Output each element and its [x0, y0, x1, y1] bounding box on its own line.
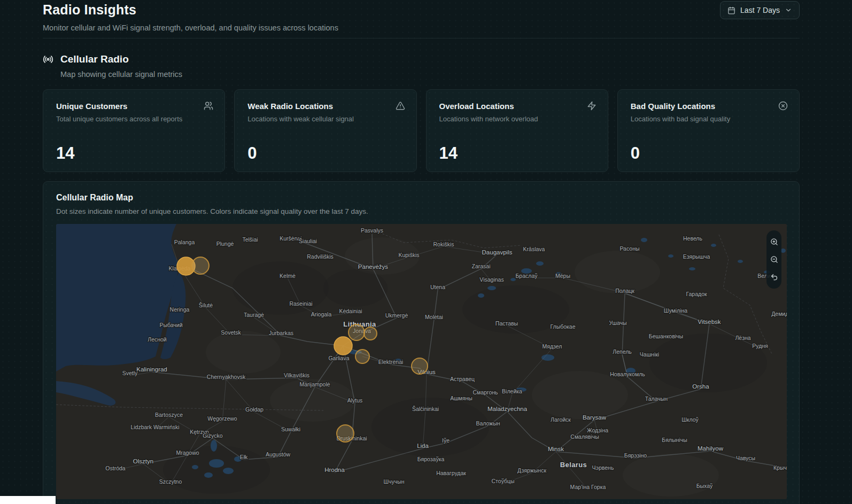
map-city-label: Бешанковічы [649, 333, 683, 339]
map-city-label: Lidzbark Warmiński [130, 424, 179, 430]
map-city-label: Radviliškis [307, 253, 334, 260]
map-city-label: Езярышча [683, 253, 710, 260]
map-city-label: Валожын [476, 420, 500, 427]
map-city-label: Ostróda [105, 465, 126, 471]
map-location-dot[interactable] [355, 350, 369, 363]
map-city-label: Лёзна [735, 335, 750, 341]
map-location-dot[interactable] [192, 257, 209, 274]
map-city-label: Tauragė [244, 312, 264, 318]
map-city-label: Kelmė [280, 273, 296, 279]
map-location-dot[interactable] [334, 337, 352, 355]
page-background: Radio Insights Monitor cellular and WiFi… [0, 0, 852, 504]
stat-card-unique-customers: Unique Customers Total unique customers … [43, 89, 225, 172]
map-city-label: Смалявічы [570, 433, 599, 440]
map-city-label: Węgorzewo [207, 415, 237, 422]
reset-view-button[interactable] [766, 268, 781, 286]
zoom-in-button[interactable] [766, 233, 781, 251]
map-city-label: Лесной [148, 336, 167, 343]
map-city-label: Marijampolė [299, 381, 330, 387]
map-city-label: Šilutė [199, 302, 213, 308]
map-city-label: Астравец [450, 376, 475, 382]
map-city-label: Глыбокае [550, 323, 575, 330]
map-city-label: Plungė [216, 241, 234, 247]
stat-card-weak-radio: Weak Radio Locations Locations with weak… [234, 89, 416, 172]
map-city-label: Навагрудак [436, 470, 466, 476]
map-city-label: Ukmergė [385, 312, 408, 319]
page-subtitle: Monitor cellular and WiFi signal strengt… [43, 24, 800, 32]
stat-cards-row: Unique Customers Total unique customers … [43, 89, 800, 172]
stat-description: Total unique customers across all report… [56, 115, 212, 123]
map-location-dot[interactable] [337, 425, 354, 442]
map-city-label: Elektrėnai [378, 359, 404, 365]
stat-card-bad-quality: Bad Quality Locations Locations with bad… [617, 89, 800, 172]
map-city-label: Ашмяны [450, 395, 473, 401]
map-city-label: Шклоў [681, 416, 699, 423]
map-city-label: Смаргонь [473, 389, 498, 396]
zoom-out-icon [770, 255, 778, 263]
map-city-label: Чавусы [736, 455, 755, 461]
map-city-label: Minsk [548, 446, 564, 452]
stat-description: Locations with network overload [439, 115, 595, 123]
map-city-label: Бярозаўка [417, 456, 445, 462]
map-city-label: Raseiniai [289, 300, 312, 307]
map-city-label: Рудня [752, 343, 768, 349]
map-city-label: Neringa [170, 306, 190, 313]
calendar-icon [727, 6, 735, 14]
map-card-title: Cellular Radio Map [56, 193, 786, 203]
map-location-dot[interactable] [412, 358, 428, 374]
stat-value: 14 [439, 144, 595, 163]
map-city-label: Daugavpils [482, 249, 513, 255]
map-city-label: Hrodna [324, 467, 345, 473]
map-city-label: Шчучын [383, 478, 404, 485]
map-city-label: Lida [417, 443, 429, 449]
map-city-label: Талачын [645, 396, 668, 402]
map-city-label: Жодзіна [587, 427, 608, 433]
map-city-label: Olsztyn [133, 458, 153, 464]
map-city-label: Mrągowo [176, 449, 199, 456]
map-city-label: Vilkaviškis [284, 372, 309, 378]
map-city-label: Ушачы [609, 320, 626, 326]
map-city-label: Рыбачий [159, 322, 182, 328]
map-city-label: Дзяржынск [517, 467, 546, 474]
map-city-label: Паставы [495, 320, 518, 327]
map-city-label: Telšiai [242, 236, 258, 243]
map-city-label: Новалукомль [610, 371, 645, 377]
map-city-label: Kupiškis [398, 252, 419, 258]
stat-description: Locations with bad signal quality [631, 115, 786, 123]
map-city-label: Гарадок [686, 291, 707, 297]
map-city-label: Іўе [442, 437, 450, 444]
map-city-label: Расоны [619, 245, 639, 252]
map-country-label: Belarus [560, 461, 587, 469]
map-city-label: Крычаў [773, 464, 787, 471]
map-city-label: Visaginas [479, 276, 504, 283]
map-city-label: Ełk [240, 454, 248, 460]
map-city-label: Браслаў [515, 273, 538, 279]
section-subtitle: Map showing cellular signal metrics [60, 70, 182, 79]
map-city-label: Panevėžys [358, 263, 389, 270]
map-card-subtitle: Dot sizes indicate number of unique cust… [56, 207, 786, 215]
map-city-label: Лагойск [551, 416, 571, 423]
map-city-label: Чашнікі [640, 351, 659, 358]
map-city-label: Krāslava [523, 246, 545, 252]
map-city-label: Zarasai [471, 263, 490, 269]
map-city-label: Suwałki [281, 426, 300, 432]
map-city-label: Шуміліна [664, 307, 688, 314]
date-range-button[interactable]: Last 7 Days [720, 1, 800, 19]
bottom-left-strip [0, 496, 56, 504]
cellular-radio-map[interactable]: PalangaPlungėTelšiaiKuršėnaiŠiauliaiRadv… [56, 224, 787, 499]
cellular-radio-section-header: Cellular Radio Map showing cellular sign… [43, 53, 182, 79]
map-city-label: Mahilyow [698, 445, 724, 452]
map-city-label: Jurbarkas [269, 330, 293, 336]
stat-value: 0 [631, 144, 786, 163]
zoom-out-button[interactable] [766, 251, 781, 268]
page-header: Radio Insights Monitor cellular and WiFi… [43, 2, 800, 32]
map-city-label: Невель [683, 235, 703, 242]
map-location-dot[interactable] [364, 327, 377, 340]
section-title: Cellular Radio [60, 53, 129, 65]
map-city-label: Giżycko [203, 432, 223, 439]
map-city-label: Бярэзіно [624, 452, 647, 459]
map-location-dot[interactable] [348, 324, 365, 340]
reset-icon [770, 273, 778, 281]
map-city-label: Chernyakhovsk [207, 374, 246, 380]
map-city-label: Svetly [122, 370, 138, 376]
